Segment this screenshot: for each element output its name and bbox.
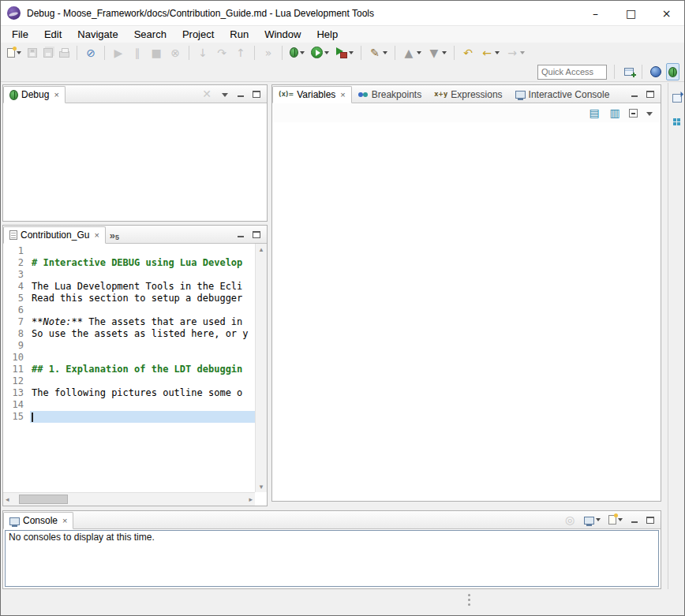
show-logical-structures-icon[interactable]: ▥ bbox=[606, 104, 623, 121]
close-icon[interactable]: × bbox=[62, 516, 67, 525]
scroll-left-icon[interactable]: ◂ bbox=[6, 495, 9, 503]
minimize-icon[interactable] bbox=[628, 85, 641, 103]
maximize-icon[interactable] bbox=[250, 85, 263, 103]
save-all-icon[interactable] bbox=[41, 44, 55, 62]
menu-run[interactable]: Run bbox=[222, 27, 256, 42]
tab-breakpoints[interactable]: Breakpoints bbox=[352, 86, 428, 103]
view-menu-icon[interactable] bbox=[643, 104, 656, 121]
menu-edit[interactable]: Edit bbox=[36, 27, 69, 42]
display-console-icon[interactable] bbox=[582, 511, 603, 528]
close-button[interactable]: × bbox=[649, 1, 684, 25]
console-output[interactable]: No consoles to display at this time. bbox=[5, 530, 659, 587]
terminate-icon[interactable]: ■ bbox=[148, 44, 165, 62]
dropdown-arrow-icon[interactable] bbox=[300, 51, 305, 54]
editor-line[interactable]: 8So use the assets as listed here, or y bbox=[3, 328, 255, 340]
editor-line[interactable]: 4The Lua Development Tools in the Ecli bbox=[3, 281, 255, 293]
skip-all-breakpoints-icon[interactable]: ⊘ bbox=[82, 44, 99, 62]
quick-access-input[interactable] bbox=[537, 65, 607, 80]
tab-debug[interactable]: Debug × bbox=[3, 86, 66, 103]
suspend-icon[interactable]: ∥ bbox=[129, 44, 146, 62]
editor-line[interactable]: 3 bbox=[3, 269, 255, 281]
editor-text-area[interactable]: 12# Interactive DEBUG using Lua Develop3… bbox=[3, 244, 255, 492]
editor-line[interactable]: 1 bbox=[3, 245, 255, 257]
dropdown-arrow-icon[interactable] bbox=[324, 51, 329, 54]
next-annotation-icon[interactable]: ▼ bbox=[425, 44, 449, 62]
run-icon[interactable] bbox=[309, 44, 331, 62]
menu-project[interactable]: Project bbox=[174, 27, 222, 42]
last-edit-location-icon[interactable]: ↶ bbox=[459, 44, 477, 62]
dropdown-arrow-icon[interactable] bbox=[520, 51, 525, 54]
minimize-icon[interactable] bbox=[628, 511, 641, 528]
tab-contribution-guide[interactable]: Contribution_Gu × bbox=[3, 226, 106, 244]
dropdown-arrow-icon[interactable] bbox=[383, 51, 387, 54]
menu-file[interactable]: File bbox=[4, 27, 36, 42]
editor-line[interactable]: 7**Note:** The assets that are used in bbox=[3, 316, 255, 328]
menu-search[interactable]: Search bbox=[126, 27, 174, 42]
maximize-button[interactable]: □ bbox=[613, 1, 649, 25]
editor-line[interactable]: 12 bbox=[3, 375, 255, 387]
close-icon[interactable]: × bbox=[94, 230, 99, 240]
variables-view-content[interactable] bbox=[272, 122, 661, 501]
trim-drag-handle[interactable] bbox=[468, 594, 470, 606]
dropdown-arrow-icon[interactable] bbox=[495, 51, 500, 54]
dropdown-arrow-icon[interactable] bbox=[417, 51, 421, 54]
lua-perspective-button[interactable] bbox=[648, 63, 664, 80]
debug-icon[interactable] bbox=[287, 44, 307, 62]
scroll-down-icon[interactable]: ▾ bbox=[260, 483, 264, 491]
editor-area[interactable]: 12# Interactive DEBUG using Lua Develop3… bbox=[3, 244, 267, 506]
dropdown-arrow-icon[interactable] bbox=[17, 51, 21, 54]
vertical-scrollbar[interactable]: ▴ ▾ bbox=[255, 244, 267, 492]
new-wizard-icon[interactable] bbox=[5, 44, 24, 62]
open-perspective-icon[interactable] bbox=[622, 63, 636, 80]
dropdown-arrow-icon[interactable] bbox=[596, 518, 601, 521]
editor-line[interactable]: 14 bbox=[3, 399, 255, 411]
forward-icon[interactable]: → bbox=[503, 44, 527, 62]
minimize-button[interactable]: – bbox=[578, 1, 613, 25]
disconnect-icon[interactable]: ⊗ bbox=[167, 44, 184, 62]
dropdown-arrow-icon[interactable] bbox=[618, 518, 623, 521]
tab-console[interactable]: Console × bbox=[3, 512, 73, 529]
dropdown-arrow-icon[interactable] bbox=[349, 51, 354, 54]
save-icon[interactable] bbox=[25, 44, 39, 62]
close-icon[interactable]: × bbox=[54, 90, 58, 99]
tab-expressions[interactable]: x+yExpressions bbox=[428, 86, 508, 103]
editor-line[interactable]: 10 bbox=[3, 352, 255, 364]
maximize-icon[interactable] bbox=[644, 85, 657, 103]
scroll-up-icon[interactable]: ▴ bbox=[260, 245, 264, 253]
print-icon[interactable] bbox=[57, 44, 72, 62]
minimized-view-icon[interactable] bbox=[670, 113, 683, 130]
maximize-icon[interactable] bbox=[644, 511, 657, 528]
scroll-right-icon[interactable]: ▸ bbox=[249, 495, 253, 503]
debug-view-content[interactable] bbox=[3, 103, 267, 221]
menu-navigate[interactable]: Navigate bbox=[69, 27, 125, 42]
minimize-icon[interactable] bbox=[234, 85, 247, 103]
editor-line[interactable]: 11## 1. Explanation of the LDT debuggin bbox=[3, 364, 255, 375]
menu-window[interactable]: Window bbox=[256, 27, 309, 42]
step-over-icon[interactable]: ↷ bbox=[213, 44, 230, 62]
back-icon[interactable]: ← bbox=[478, 44, 502, 62]
external-tools-icon[interactable] bbox=[333, 44, 356, 62]
view-menu-icon[interactable] bbox=[219, 85, 231, 103]
dropdown-arrow-icon[interactable] bbox=[442, 51, 447, 54]
scrollbar-thumb[interactable] bbox=[19, 495, 68, 504]
remove-all-terminated-icon[interactable]: ✕ bbox=[198, 85, 215, 103]
pin-console-icon[interactable]: ◎ bbox=[561, 511, 578, 528]
hidden-editors-chevron[interactable]: » 5 bbox=[106, 228, 123, 243]
minimize-icon[interactable] bbox=[234, 226, 247, 243]
editor-line[interactable]: 9 bbox=[3, 340, 255, 352]
horizontal-scrollbar[interactable]: ◂ ▸ bbox=[3, 492, 255, 506]
use-step-filters-icon[interactable]: » bbox=[260, 44, 277, 62]
tab-variables[interactable]: (x)=Variables× bbox=[272, 86, 352, 103]
wand-icon[interactable]: ✎ bbox=[366, 44, 390, 62]
resume-icon[interactable]: ▶ bbox=[110, 44, 127, 62]
editor-line[interactable]: 6 bbox=[3, 304, 255, 316]
open-console-icon[interactable] bbox=[606, 511, 625, 528]
editor-line[interactable]: 13The following pictures outline some o bbox=[3, 387, 255, 399]
restore-view-icon[interactable] bbox=[670, 89, 684, 106]
step-return-icon[interactable]: ↑ bbox=[232, 44, 249, 62]
step-into-icon[interactable]: ↓ bbox=[194, 44, 211, 62]
collapse-all-icon[interactable] bbox=[627, 104, 640, 121]
tab-interactive-console[interactable]: Interactive Console bbox=[509, 86, 616, 103]
show-type-names-icon[interactable]: ▤ bbox=[586, 104, 603, 121]
debug-perspective-button[interactable] bbox=[666, 63, 679, 80]
